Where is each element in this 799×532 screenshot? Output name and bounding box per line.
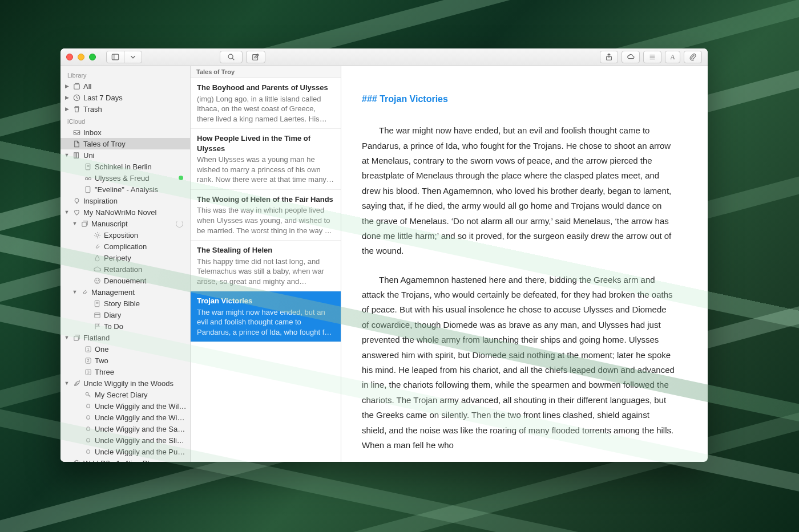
sidebar-item-last-7-days[interactable]: ▶ Last 7 Days (60, 92, 190, 103)
sidebar-item-label: Wrld D0m1n4tion Blog (83, 459, 187, 462)
disclosure-triangle-icon[interactable]: ▶ (64, 106, 70, 112)
sidebar-item-tales-of-troy[interactable]: Tales of Troy (60, 138, 190, 149)
document-paragraph[interactable]: Then Agamemnon hastened here and there, … (362, 273, 676, 453)
sidebar-item-diary[interactable]: Diary (60, 309, 190, 320)
sidebar-item-eveline[interactable]: "Eveline" - Analysis (60, 184, 190, 195)
sidebar-item-label: Manuscript (91, 220, 173, 228)
note-list-item[interactable]: Trojan Victories The war might now have … (191, 291, 341, 342)
minimize-window-button[interactable] (78, 54, 84, 60)
drop-icon (92, 253, 102, 262)
berry-icon (83, 447, 92, 456)
berry-icon (83, 413, 92, 422)
sidebar-item-label: Inbox (83, 128, 187, 137)
sidebar-item-secret-diary[interactable]: My Secret Diary (60, 389, 190, 400)
disclosure-triangle-icon[interactable]: ▼ (64, 209, 70, 215)
sidebar-item-sassafras[interactable]: Uncle Wiggily and the Sassafras (60, 423, 190, 434)
note-list[interactable]: Tales of Troy The Boyhood and Parents of… (191, 66, 341, 462)
sidebar-item-label: Inspiration (83, 197, 187, 205)
disclosure-triangle-icon[interactable]: ▶ (64, 95, 70, 100)
typography-button[interactable]: A (665, 51, 680, 63)
sidebar-item-label: Last 7 Days (83, 94, 187, 102)
share-button[interactable] (600, 51, 618, 63)
sidebar[interactable]: Library ▶ All ▶ Last 7 Days ▶ Trash iClo… (60, 66, 191, 462)
svg-point-33 (98, 280, 98, 281)
note-list-item[interactable]: How People Lived in the Time of Ulysses … (191, 129, 341, 190)
svg-rect-19 (86, 186, 90, 192)
attachments-button[interactable] (684, 51, 702, 63)
books-icon (72, 151, 81, 160)
sidebar-item-ulysses-freud[interactable]: Ulysses & Freud (60, 172, 190, 184)
sidebar-item-slippery-elm[interactable]: Uncle Wiggily and the Slippery Elm (60, 434, 190, 446)
editor-pane[interactable]: ### Trojan Victories The war might now h… (341, 66, 708, 462)
svg-point-22 (96, 234, 98, 236)
sidebar-item-manuscript[interactable]: ▼ Manuscript (60, 218, 190, 229)
sidebar-item-retardation[interactable]: Retardation (60, 263, 190, 275)
note-list-item[interactable]: The Boyhood and Parents of Ulysses (img)… (191, 78, 341, 129)
sidebar-item-todo[interactable]: To Do (60, 320, 190, 332)
svg-line-3 (232, 58, 234, 60)
disclosure-triangle-icon[interactable]: ▶ (64, 83, 70, 89)
sheet-icon (92, 299, 102, 308)
note-list-header: Tales of Troy (191, 66, 341, 78)
disclosure-triangle-icon[interactable]: ▼ (72, 221, 78, 226)
svg-point-47 (74, 460, 79, 462)
sidebar-item-willow[interactable]: Uncle Wiggily and the Willow Tree (60, 400, 190, 412)
sidebar-item-pulpit-jack[interactable]: Uncle Wiggily and the Pulpit-Jack (60, 446, 190, 457)
sidebar-item-flatland-three[interactable]: 3 Three (60, 366, 190, 377)
sidebar-item-nanowrimo[interactable]: ▼ My NaNoWriMo Novel (60, 206, 190, 218)
disclosure-triangle-icon[interactable]: ▼ (64, 380, 70, 386)
cloud-button[interactable] (622, 51, 640, 63)
berry-icon (83, 401, 92, 411)
sidebar-item-blog[interactable]: Wrld D0m1n4tion Blog (60, 457, 190, 462)
sidebar-item-label: Management (91, 288, 187, 297)
sidebar-item-flatland[interactable]: ▼ Flatland (60, 332, 190, 343)
outline-button[interactable] (643, 51, 661, 63)
sidebar-item-label: Diary (104, 311, 187, 319)
disclosure-triangle-icon[interactable]: ▼ (72, 289, 78, 295)
sidebar-item-label: Denouement (104, 277, 187, 285)
note-title: The Boyhood and Parents of Ulysses (197, 83, 334, 93)
sidebar-icon (111, 53, 119, 61)
svg-point-2 (228, 54, 233, 59)
svg-point-31 (94, 278, 99, 283)
sidebar-item-story-bible[interactable]: Story Bible (60, 298, 190, 309)
svg-rect-12 (74, 152, 75, 157)
sidebar-item-uni[interactable]: ▼ Uni (60, 149, 190, 161)
sidebar-item-schinkel[interactable]: Schinkel in Berlin (60, 161, 190, 172)
document-heading[interactable]: ### Trojan Victories (362, 91, 676, 107)
disclosure-triangle-icon[interactable]: ▼ (64, 335, 70, 340)
sidebar-item-uncle-wiggily[interactable]: ▼ Uncle Wiggily in the Woods (60, 377, 190, 389)
clip-icon (92, 242, 102, 251)
sidebar-item-flatland-one[interactable]: 1 One (60, 343, 190, 355)
trash-icon (72, 104, 81, 113)
berry-icon (83, 424, 92, 433)
sidebar-item-all[interactable]: ▶ All (60, 80, 190, 92)
sidebar-item-peripety[interactable]: Peripety (60, 252, 190, 263)
svg-point-46 (86, 392, 88, 395)
svg-rect-13 (76, 152, 78, 157)
sidebar-item-trash[interactable]: ▶ Trash (60, 103, 190, 115)
sidebar-item-complication[interactable]: Complication (60, 241, 190, 252)
sidebar-item-management[interactable]: ▼ Management (60, 286, 190, 298)
note-list-item[interactable]: The Stealing of Helen This happy time di… (191, 241, 341, 291)
new-sheet-button[interactable] (246, 51, 265, 63)
clip-icon (80, 287, 89, 297)
sidebar-item-inspiration[interactable]: Inspiration (60, 195, 190, 206)
sidebar-item-inbox[interactable]: Inbox (60, 127, 190, 138)
sidebar-item-label: My NaNoWriMo Novel (83, 208, 187, 217)
sidebar-toggle-control[interactable] (106, 51, 142, 63)
sidebar-item-flatland-two[interactable]: 2 Two (60, 355, 190, 366)
sidebar-item-wintergreen[interactable]: Uncle Wiggily and the Wintergreen (60, 412, 190, 423)
sidebar-item-exposition[interactable]: Exposition (60, 229, 190, 241)
heart-icon (72, 208, 81, 217)
sidebar-item-denouement[interactable]: Denouement (60, 275, 190, 286)
search-button[interactable] (220, 51, 243, 63)
disclosure-triangle-icon[interactable]: ▼ (64, 152, 70, 158)
maximize-window-button[interactable] (89, 54, 96, 60)
note-list-item[interactable]: The Wooing of Helen of the Fair Hands Th… (191, 190, 341, 241)
document-paragraph[interactable]: The war might now have ended, but an evi… (362, 123, 676, 259)
close-window-button[interactable] (66, 54, 73, 60)
globe-icon (72, 458, 81, 462)
sidebar-item-label: Three (95, 368, 187, 376)
sidebar-item-label: Story Bible (104, 299, 187, 308)
